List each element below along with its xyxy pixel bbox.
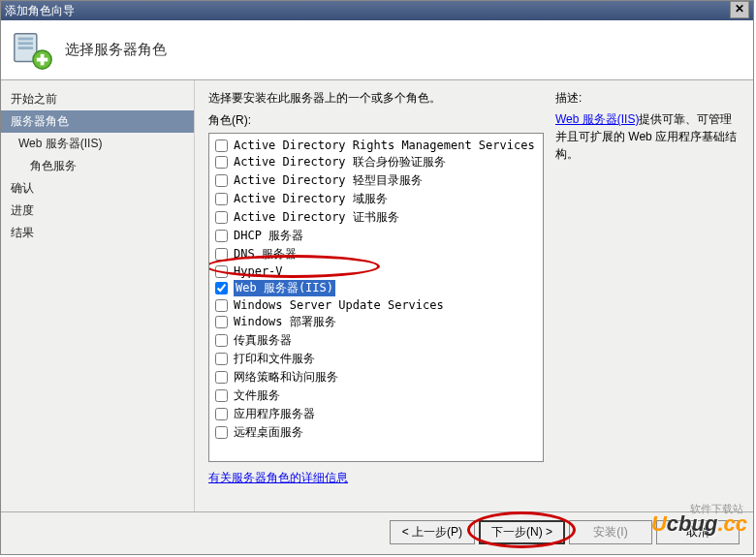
- page-title: 选择服务器角色: [65, 41, 167, 59]
- roles-listbox[interactable]: Active Directory Rights Management Servi…: [208, 133, 544, 462]
- wizard-header: 选择服务器角色: [1, 20, 753, 80]
- role-label-7: Hyper-V: [234, 264, 283, 278]
- role-checkbox-4[interactable]: [215, 211, 228, 224]
- content-area: 开始之前服务器角色Web 服务器(IIS)角色服务确认进度结果 选择要安装在此服…: [1, 80, 753, 511]
- role-item-10[interactable]: Windows 部署服务: [215, 313, 537, 331]
- roles-label: 角色(R):: [208, 112, 544, 129]
- role-item-0[interactable]: Active Directory Rights Management Servi…: [215, 138, 537, 153]
- next-button[interactable]: 下一步(N) >: [479, 520, 565, 544]
- svg-rect-3: [18, 46, 33, 49]
- role-item-9[interactable]: Windows Server Update Services: [215, 297, 537, 313]
- role-label-10: Windows 部署服务: [234, 314, 336, 330]
- description-text: Web 服务器(IIS)提供可靠、可管理并且可扩展的 Web 应用程序基础结构。: [555, 110, 740, 163]
- role-checkbox-11[interactable]: [215, 334, 228, 347]
- role-label-13: 网络策略和访问服务: [234, 369, 338, 386]
- role-label-15: 应用程序服务器: [234, 406, 315, 422]
- role-checkbox-1[interactable]: [215, 156, 228, 169]
- svg-rect-2: [18, 42, 33, 45]
- role-checkbox-14[interactable]: [215, 389, 228, 402]
- titlebar: 添加角色向导 ✕: [1, 1, 753, 20]
- description-label: 描述:: [555, 90, 740, 107]
- cancel-button[interactable]: 取消: [656, 520, 740, 544]
- role-label-4: Active Directory 证书服务: [234, 209, 399, 226]
- svg-rect-1: [18, 37, 33, 40]
- role-checkbox-16[interactable]: [215, 426, 228, 439]
- more-info-link[interactable]: 有关服务器角色的详细信息: [208, 471, 348, 484]
- nav-item-4[interactable]: 确认: [1, 177, 194, 200]
- role-checkbox-9[interactable]: [215, 299, 228, 312]
- role-label-3: Active Directory 域服务: [234, 191, 388, 207]
- role-item-4[interactable]: Active Directory 证书服务: [215, 208, 537, 227]
- wizard-footer: < 上一步(P) 下一步(N) > 安装(I) 取消: [1, 511, 753, 552]
- nav-item-3[interactable]: 角色服务: [1, 155, 194, 177]
- nav-item-5[interactable]: 进度: [1, 200, 194, 222]
- role-checkbox-2[interactable]: [215, 174, 228, 187]
- nav-item-6[interactable]: 结果: [1, 222, 194, 244]
- role-item-3[interactable]: Active Directory 域服务: [215, 190, 537, 208]
- instruction-text: 选择要安装在此服务器上的一个或多个角色。: [208, 90, 544, 107]
- description-panel: 描述: Web 服务器(IIS)提供可靠、可管理并且可扩展的 Web 应用程序基…: [555, 90, 740, 502]
- window-title: 添加角色向导: [5, 1, 75, 20]
- role-label-2: Active Directory 轻型目录服务: [234, 172, 423, 189]
- role-item-8[interactable]: Web 服务器(IIS): [215, 279, 537, 297]
- svg-rect-6: [37, 57, 47, 61]
- role-checkbox-3[interactable]: [215, 193, 228, 205]
- nav-item-0[interactable]: 开始之前: [1, 88, 194, 110]
- nav-item-1[interactable]: 服务器角色: [1, 110, 194, 133]
- role-label-14: 文件服务: [234, 387, 280, 404]
- role-label-9: Windows Server Update Services: [234, 298, 444, 312]
- role-label-5: DHCP 服务器: [234, 228, 303, 244]
- wizard-nav: 开始之前服务器角色Web 服务器(IIS)角色服务确认进度结果: [1, 80, 195, 511]
- close-button[interactable]: ✕: [730, 1, 749, 18]
- prev-button[interactable]: < 上一步(P): [390, 520, 475, 544]
- role-checkbox-13[interactable]: [215, 371, 228, 384]
- role-checkbox-15[interactable]: [215, 408, 228, 420]
- role-item-15[interactable]: 应用程序服务器: [215, 405, 537, 423]
- role-label-12: 打印和文件服务: [234, 351, 315, 367]
- install-button: 安装(I): [569, 520, 652, 544]
- server-role-icon: [11, 28, 55, 73]
- role-label-16: 远程桌面服务: [234, 424, 303, 441]
- role-label-6: DNS 服务器: [234, 246, 297, 263]
- nav-item-2[interactable]: Web 服务器(IIS): [1, 133, 194, 155]
- description-role-link[interactable]: Web 服务器(IIS): [555, 112, 639, 126]
- role-checkbox-8[interactable]: [215, 282, 228, 294]
- roles-panel: 选择要安装在此服务器上的一个或多个角色。 角色(R): Active Direc…: [208, 90, 544, 502]
- wizard-window: 添加角色向导 ✕ 选择服务器角色 开始之前服务器角色Web 服务器(IIS)角色…: [0, 0, 754, 555]
- role-item-16[interactable]: 远程桌面服务: [215, 423, 537, 442]
- role-checkbox-12[interactable]: [215, 353, 228, 365]
- role-checkbox-7[interactable]: [215, 265, 228, 278]
- role-item-6[interactable]: DNS 服务器: [215, 245, 537, 263]
- role-item-7[interactable]: Hyper-V: [215, 263, 537, 279]
- role-checkbox-5[interactable]: [215, 230, 228, 242]
- role-item-14[interactable]: 文件服务: [215, 387, 537, 405]
- role-item-12[interactable]: 打印和文件服务: [215, 350, 537, 368]
- role-item-1[interactable]: Active Directory 联合身份验证服务: [215, 153, 537, 171]
- role-item-2[interactable]: Active Directory 轻型目录服务: [215, 171, 537, 190]
- role-label-0: Active Directory Rights Management Servi…: [234, 139, 535, 152]
- role-label-11: 传真服务器: [234, 332, 292, 349]
- role-checkbox-6[interactable]: [215, 248, 228, 261]
- role-item-5[interactable]: DHCP 服务器: [215, 227, 537, 245]
- role-checkbox-10[interactable]: [215, 316, 228, 328]
- role-item-11[interactable]: 传真服务器: [215, 331, 537, 350]
- role-item-13[interactable]: 网络策略和访问服务: [215, 368, 537, 387]
- role-label-8: Web 服务器(IIS): [234, 280, 335, 296]
- main-panel: 选择要安装在此服务器上的一个或多个角色。 角色(R): Active Direc…: [195, 80, 753, 511]
- role-label-1: Active Directory 联合身份验证服务: [234, 154, 446, 170]
- next-button-wrap: 下一步(N) >: [479, 520, 565, 544]
- role-checkbox-0[interactable]: [215, 139, 228, 152]
